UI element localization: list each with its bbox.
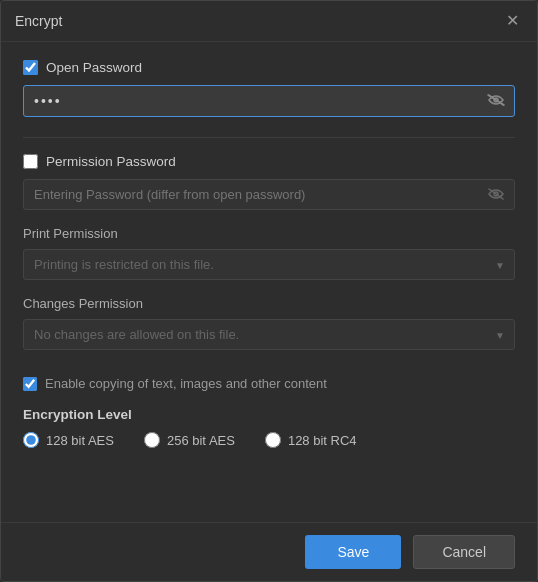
radio-256aes-label: 256 bit AES [167, 433, 235, 448]
copy-content-checkbox[interactable] [23, 377, 37, 391]
radio-128aes-label: 128 bit AES [46, 433, 114, 448]
permission-password-section: Permission Password [23, 154, 515, 210]
print-permission-dropdown-wrap: Printing is restricted on this file. Low… [23, 249, 515, 280]
dialog-title: Encrypt [15, 13, 62, 29]
radio-256aes-input[interactable] [144, 432, 160, 448]
copy-content-label: Enable copying of text, images and other… [45, 376, 327, 391]
copy-content-row: Enable copying of text, images and other… [23, 376, 515, 391]
open-password-checkbox[interactable] [23, 60, 38, 75]
permission-password-input[interactable] [23, 179, 515, 210]
eye-crossed-icon-2 [487, 188, 505, 200]
radio-256aes[interactable]: 256 bit AES [144, 432, 235, 448]
radio-128rc4[interactable]: 128 bit RC4 [265, 432, 357, 448]
open-password-input[interactable] [23, 85, 515, 117]
changes-permission-select[interactable]: No changes are allowed on this file. Ins… [23, 319, 515, 350]
open-password-section: Open Password [23, 60, 515, 117]
open-password-row: Open Password [23, 60, 515, 75]
radio-128aes-input[interactable] [23, 432, 39, 448]
print-permission-select[interactable]: Printing is restricted on this file. Low… [23, 249, 515, 280]
permission-password-checkbox[interactable] [23, 154, 38, 169]
cancel-button[interactable]: Cancel [413, 535, 515, 569]
encryption-level-section: Encryption Level 128 bit AES 256 bit AES… [23, 407, 515, 448]
radio-128rc4-input[interactable] [265, 432, 281, 448]
open-password-eye-button[interactable] [485, 91, 507, 111]
save-button[interactable]: Save [305, 535, 401, 569]
dialog-footer: Save Cancel [1, 522, 537, 581]
encryption-level-title: Encryption Level [23, 407, 515, 422]
permission-password-row: Permission Password [23, 154, 515, 169]
permission-password-label: Permission Password [46, 154, 176, 169]
title-bar: Encrypt ✕ [1, 1, 537, 42]
eye-crossed-icon [487, 94, 505, 106]
print-permission-section: Print Permission Printing is restricted … [23, 226, 515, 280]
divider-1 [23, 137, 515, 138]
open-password-label: Open Password [46, 60, 142, 75]
changes-permission-dropdown-wrap: No changes are allowed on this file. Ins… [23, 319, 515, 350]
close-button[interactable]: ✕ [502, 11, 523, 31]
dialog-content: Open Password Permission Password [1, 42, 537, 522]
permission-password-field-wrap [23, 179, 515, 210]
open-password-field-wrap [23, 85, 515, 117]
radio-128aes[interactable]: 128 bit AES [23, 432, 114, 448]
permission-password-eye-button[interactable] [485, 185, 507, 205]
encryption-level-options: 128 bit AES 256 bit AES 128 bit RC4 [23, 432, 515, 448]
radio-128rc4-label: 128 bit RC4 [288, 433, 357, 448]
changes-permission-label: Changes Permission [23, 296, 515, 311]
encrypt-dialog: Encrypt ✕ Open Password [0, 0, 538, 582]
changes-permission-section: Changes Permission No changes are allowe… [23, 296, 515, 350]
print-permission-label: Print Permission [23, 226, 515, 241]
